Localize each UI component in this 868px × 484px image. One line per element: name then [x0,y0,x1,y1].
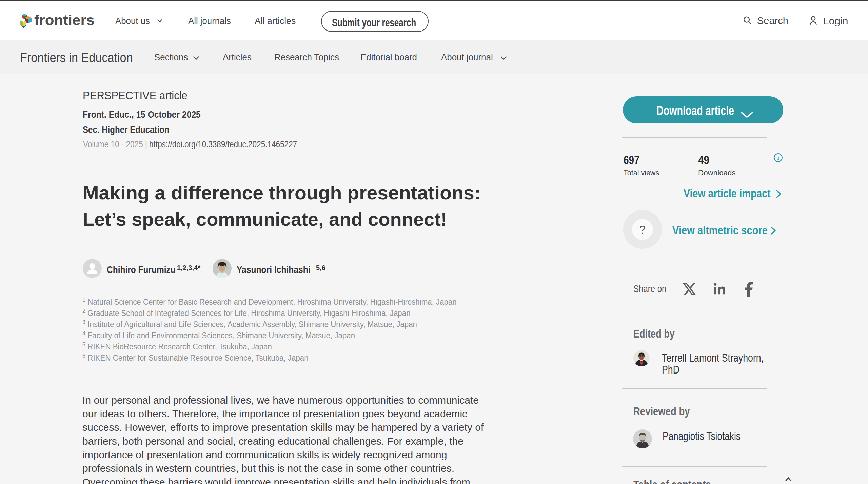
svg-text:i: i [777,155,779,161]
svg-text:?: ? [639,223,646,236]
